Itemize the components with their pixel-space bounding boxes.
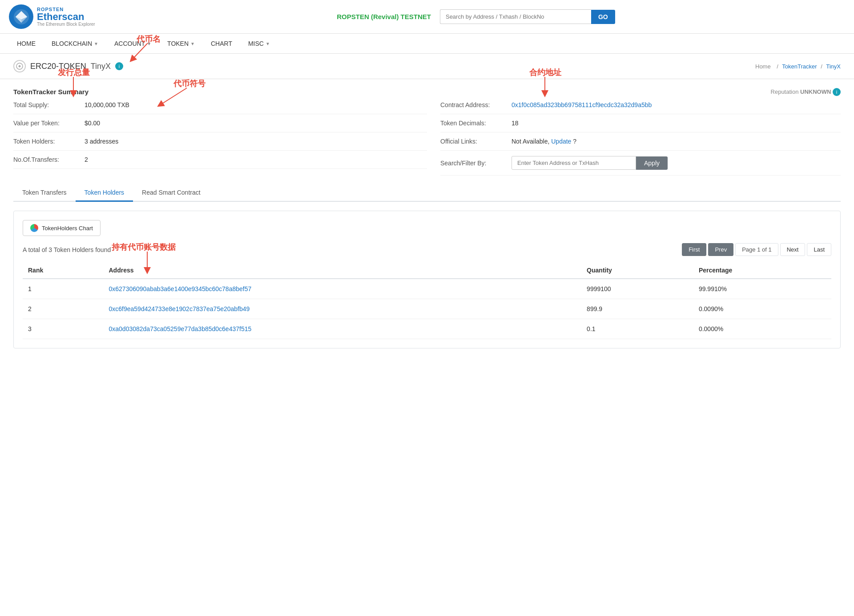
header-center: ROPSTEN (Revival) TESTNET GO: [107, 9, 845, 24]
rank-cell: 2: [23, 299, 104, 319]
summary-title: TokenTracker Summary: [13, 88, 89, 96]
rank-cell: 1: [23, 279, 104, 299]
address-cell[interactable]: 0xa0d03082da73ca05259e77da3b85d0c6e437f5…: [104, 319, 582, 339]
logo-area: ROPSTEN Etherscan The Ethereum Block Exp…: [9, 4, 107, 29]
col-quantity: Quantity: [581, 262, 693, 279]
token-name: TinyX: [91, 62, 111, 71]
testnet-label: ROPSTEN (Revival) TESTNET: [337, 13, 431, 20]
contract-address-label: Contract Address:: [440, 101, 512, 108]
page-indicator: Page 1 of 1: [735, 243, 778, 256]
token-holders-row: Token Holders: 3 addresses: [13, 132, 427, 151]
svg-text:持有代币账号数据: 持有代币账号数据: [111, 243, 176, 252]
search-filter-row: Search/Filter By: Apply: [440, 151, 841, 176]
official-links-row: Official Links: Not Available, Update ?: [440, 132, 841, 151]
table-row: 2 0xc6f9ea59d424733e8e1902c7837ea75e20ab…: [23, 299, 831, 319]
percentage-cell: 0.0090%: [693, 299, 831, 319]
logo-icon: [9, 4, 33, 29]
chevron-down-icon: ▼: [94, 41, 98, 46]
token-holders-label: Token Holders:: [13, 138, 85, 145]
contract-address-row: Contract Address: 0x1f0c085ad323bb697581…: [440, 96, 841, 114]
token-decimals-value: 18: [512, 120, 519, 127]
nav-chart[interactable]: CHART: [203, 34, 240, 53]
total-supply-row: Total Supply: 10,000,000 TXB 发行总量: [13, 96, 427, 114]
value-per-token-label: Value per Token:: [13, 120, 85, 127]
token-holders-chart-button[interactable]: TokenHolders Chart: [23, 220, 101, 236]
breadcrumb: Home / TokenTracker / TinyX: [753, 63, 841, 70]
search-bar: GO: [440, 9, 615, 24]
chevron-down-icon: ▼: [266, 41, 270, 46]
pagination: First Prev Page 1 of 1 Next Last: [682, 243, 831, 256]
svg-text:代币符号: 代币符号: [173, 79, 206, 88]
token-decimals-label: Token Decimals:: [440, 120, 512, 127]
token-icon: [13, 60, 26, 72]
token-decimals-row: Token Decimals: 18: [440, 114, 841, 132]
address-cell[interactable]: 0x627306090abab3a6e1400e9345bc60c78a8bef…: [104, 279, 582, 299]
percentage-cell: 0.0000%: [693, 319, 831, 339]
pagination-row: A total of 3 Token Holders found 持有代币账号数…: [23, 243, 831, 256]
search-filter-label: Search/Filter By:: [440, 160, 512, 167]
breadcrumb-tracker-link[interactable]: TokenTracker: [782, 63, 817, 70]
search-button[interactable]: GO: [591, 10, 615, 24]
total-supply-value: 10,000,000 TXB: [85, 101, 129, 108]
logo-subtitle: The Ethereum Block Explorer: [37, 22, 95, 27]
token-holders-value: 3 addresses: [85, 138, 118, 145]
logo-etherscan: Etherscan: [37, 12, 95, 22]
table-row: 3 0xa0d03082da73ca05259e77da3b85d0c6e437…: [23, 319, 831, 339]
official-links-value: Not Available, Update ?: [512, 138, 576, 145]
apply-button[interactable]: Apply: [636, 156, 668, 170]
quantity-cell: 0.1: [581, 319, 693, 339]
nav-token[interactable]: TOKEN ▼: [159, 34, 203, 53]
chart-section: TokenHolders Chart A total of 3 Token Ho…: [13, 211, 841, 348]
summary-right-col: Contract Address: 0x1f0c085ad323bb697581…: [427, 96, 841, 176]
official-links-label: Official Links:: [440, 138, 512, 145]
total-supply-label: Total Supply:: [13, 101, 85, 108]
reputation-badge: Reputation UNKNOWN i: [771, 88, 841, 96]
next-page-button[interactable]: Next: [780, 243, 806, 256]
contract-address-value[interactable]: 0x1f0c085ad323bb69758111cf9ecdc32a32d9a5…: [512, 101, 652, 108]
col-address: Address: [104, 262, 582, 279]
prev-page-button[interactable]: Prev: [708, 243, 733, 256]
rank-cell: 3: [23, 319, 104, 339]
chevron-down-icon: ▼: [147, 41, 151, 46]
filter-input[interactable]: [512, 156, 636, 170]
main-content: TokenTracker Summary Reputation UNKNOWN …: [0, 79, 854, 357]
no-transfers-row: No.Of.Transfers: 2: [13, 151, 427, 169]
nav-account[interactable]: ACCOUNT ▼: [106, 34, 159, 53]
total-holders-text: A total of 3 Token Holders found: [23, 246, 111, 253]
update-link[interactable]: Update: [551, 138, 571, 145]
chevron-down-icon: ▼: [190, 41, 195, 46]
quantity-cell: 899.9: [581, 299, 693, 319]
breadcrumb-current-link[interactable]: TinyX: [826, 63, 841, 70]
col-percentage: Percentage: [693, 262, 831, 279]
nav-blockchain[interactable]: BLOCKCHAIN ▼: [44, 34, 106, 53]
pie-chart-icon: [30, 224, 38, 232]
table-row: 1 0x627306090abab3a6e1400e9345bc60c78a8b…: [23, 279, 831, 299]
first-page-button[interactable]: First: [682, 243, 706, 256]
tab-read-smart-contract[interactable]: Read Smart Contract: [133, 184, 209, 202]
search-input[interactable]: [440, 9, 591, 24]
info-icon[interactable]: i: [115, 62, 123, 70]
value-per-token-value: $0.00: [85, 120, 100, 127]
summary-left-col: Total Supply: 10,000,000 TXB 发行总量: [13, 96, 427, 176]
page-header: ERC20-TOKEN TinyX i 代币名 Home / Token: [0, 54, 854, 79]
summary-section: TokenTracker Summary Reputation UNKNOWN …: [13, 88, 841, 176]
no-transfers-value: 2: [85, 156, 88, 163]
tab-token-holders[interactable]: Token Holders: [76, 184, 133, 202]
address-cell[interactable]: 0xc6f9ea59d424733e8e1902c7837ea75e20abfb…: [104, 299, 582, 319]
nav-home[interactable]: HOME: [9, 34, 44, 53]
main-nav: HOME BLOCKCHAIN ▼ ACCOUNT ▼ TOKEN ▼ CHAR…: [0, 34, 854, 54]
logo-text: ROPSTEN Etherscan The Ethereum Block Exp…: [37, 7, 95, 27]
quantity-cell: 9999100: [581, 279, 693, 299]
tabs: Token Transfers Token Holders Read Smart…: [13, 184, 841, 202]
reputation-info-icon[interactable]: i: [833, 88, 841, 96]
no-transfers-label: No.Of.Transfers:: [13, 156, 85, 163]
page-title-area: ERC20-TOKEN TinyX i 代币名: [13, 60, 137, 72]
filter-input-wrap: Apply: [512, 156, 668, 170]
page-title: ERC20-TOKEN: [30, 62, 86, 71]
last-page-button[interactable]: Last: [807, 243, 831, 256]
percentage-cell: 99.9910%: [693, 279, 831, 299]
nav-misc[interactable]: MISC ▼: [240, 34, 278, 53]
tab-token-transfers[interactable]: Token Transfers: [13, 184, 76, 202]
holders-table: Rank Address Quantity Percentage 1 0x627…: [23, 262, 831, 339]
summary-grid: Total Supply: 10,000,000 TXB 发行总量: [13, 96, 841, 176]
